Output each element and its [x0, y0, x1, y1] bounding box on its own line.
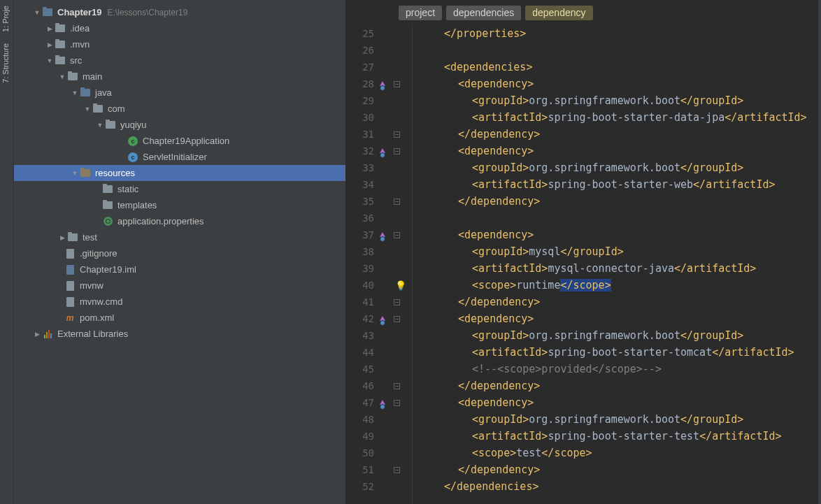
code-line[interactable]: <artifactId>mysql-connector-java</artifa…	[413, 260, 821, 277]
code-line[interactable]: <dependency>	[413, 310, 821, 327]
tree-java[interactable]: java	[14, 85, 345, 101]
tool-tab-project[interactable]: 1: Proje	[0, 0, 11, 38]
tree-resources[interactable]: resources	[14, 165, 345, 181]
tree-iml[interactable]: Chapter19.iml	[14, 261, 345, 278]
tree-app-class[interactable]: cChapter19Application	[14, 133, 345, 149]
code-line[interactable]: </dependency>	[413, 294, 821, 310]
xml-text: spring-boot-starter-web	[548, 178, 693, 191]
tree-com[interactable]: com	[14, 101, 345, 117]
expand-icon[interactable]	[70, 89, 80, 96]
folder-icon	[67, 71, 78, 82]
code-line[interactable]: </dependencies>	[413, 478, 821, 495]
vertical-tool-tabs: 1: Proje 7: Structure	[0, 0, 14, 504]
fold-toggle-icon[interactable]	[390, 126, 404, 143]
tree-mvnwcmd[interactable]: mvnw.cmd	[14, 294, 345, 310]
code-line[interactable]: <artifactId>spring-boot-starter-test</ar…	[413, 428, 821, 445]
tree-idea[interactable]: .idea	[14, 20, 345, 36]
editor-gutter[interactable]: 25262728293031323334353637383940💡4142434…	[346, 25, 413, 504]
tree-mvnw[interactable]: mvnw	[14, 278, 345, 294]
tree-pom[interactable]: mpom.xml	[14, 310, 345, 326]
override-gutter-icon[interactable]	[376, 143, 390, 159]
code-line[interactable]: </dependency>	[413, 126, 821, 143]
code-line[interactable]: <dependency>	[413, 143, 821, 159]
code-line[interactable]: <artifactId>spring-boot-starter-tomcat</…	[413, 344, 821, 361]
fold-toggle-icon[interactable]	[390, 143, 404, 159]
crumb-dependency[interactable]: dependency	[525, 6, 592, 20]
expand-icon[interactable]	[70, 170, 80, 177]
tree-mvn[interactable]: .mvn	[14, 36, 345, 52]
code-line[interactable]: </dependency>	[413, 193, 821, 210]
tree-appprops[interactable]: application.properties	[14, 213, 345, 229]
fold-toggle-icon[interactable]	[390, 75, 404, 92]
code-line[interactable]: </dependency>	[413, 377, 821, 394]
expand-icon[interactable]	[57, 73, 67, 80]
tool-tab-structure[interactable]: 7: Structure	[0, 38, 11, 89]
xml-text: spring-boot-starter-data-jpa	[548, 111, 724, 124]
crumb-project[interactable]: project	[399, 6, 442, 20]
tree-templates[interactable]: templates	[14, 197, 345, 213]
expand-icon[interactable]	[45, 41, 55, 48]
expand-icon[interactable]	[45, 57, 55, 64]
fold-toggle-icon[interactable]	[390, 461, 404, 478]
override-gutter-icon[interactable]	[376, 226, 390, 243]
code-line[interactable]: <groupId>mysql</groupId>	[413, 243, 821, 260]
code-line[interactable]	[413, 210, 821, 226]
folder-icon	[67, 232, 78, 243]
fold-toggle-icon[interactable]	[390, 294, 404, 310]
code-line[interactable]: <dependency>	[413, 226, 821, 243]
code-line[interactable]: <groupId>org.springframework.boot</group…	[413, 411, 821, 428]
code-line[interactable]: <dependencies>	[413, 59, 821, 75]
code-line[interactable]	[413, 42, 821, 59]
xml-tag: </dependency>	[458, 296, 540, 308]
maven-icon: m	[64, 312, 76, 324]
line-number: 29	[346, 92, 374, 109]
tree-main[interactable]: main	[14, 69, 345, 85]
tree-yuqiyu[interactable]: yuqiyu	[14, 117, 345, 133]
fold-toggle-icon[interactable]	[390, 193, 404, 210]
code-line[interactable]: <groupId>org.springframework.boot</group…	[413, 159, 821, 176]
code-line[interactable]: <groupId>org.springframework.boot</group…	[413, 327, 821, 344]
tree-label: yuqiyu	[120, 120, 147, 130]
tree-root[interactable]: Chapter19 E:\lessons\Chapter19	[14, 4, 345, 20]
fold-toggle-icon[interactable]	[390, 310, 404, 327]
xml-tag: <artifactId>	[472, 346, 548, 359]
expand-icon[interactable]	[45, 25, 55, 32]
xml-text: mysql-connector-java	[548, 262, 674, 275]
crumb-dependencies[interactable]: dependencies	[446, 6, 521, 20]
code-line[interactable]: <artifactId>spring-boot-starter-data-jpa…	[413, 109, 821, 126]
root-path: E:\lessons\Chapter19	[108, 8, 188, 17]
fold-toggle-icon[interactable]	[390, 377, 404, 394]
code-line[interactable]: <artifactId>spring-boot-starter-web</art…	[413, 176, 821, 193]
fold-toggle-icon[interactable]	[390, 394, 404, 411]
override-gutter-icon[interactable]	[376, 75, 390, 92]
tree-static[interactable]: static	[14, 181, 345, 197]
tree-src[interactable]: src	[14, 52, 345, 69]
code-line[interactable]: <scope>runtime</scope>	[413, 277, 821, 294]
error-stripe[interactable]	[818, 0, 821, 504]
xml-text: org.springframework.boot	[529, 329, 680, 342]
expand-icon[interactable]	[57, 234, 67, 241]
code-line[interactable]: <dependency>	[413, 75, 821, 92]
code-line[interactable]: </dependency>	[413, 461, 821, 478]
expand-icon[interactable]	[32, 9, 42, 16]
expand-icon[interactable]	[83, 106, 92, 113]
tree-gitignore[interactable]: .gitignore	[14, 245, 345, 261]
intention-bulb-icon[interactable]: 💡	[394, 277, 408, 294]
code-line[interactable]: <scope>test</scope>	[413, 445, 821, 461]
override-gutter-icon[interactable]	[376, 394, 390, 411]
override-gutter-icon[interactable]	[376, 310, 390, 327]
tree-test[interactable]: test	[14, 229, 345, 245]
code-line[interactable]: <groupId>org.springframework.boot</group…	[413, 92, 821, 109]
fold-toggle-icon[interactable]	[390, 226, 404, 243]
xml-tag: </artifactId>	[724, 111, 806, 124]
expand-icon[interactable]	[32, 331, 42, 338]
code-line[interactable]: <!--<scope>provided</scope>-->	[413, 361, 821, 377]
code-line[interactable]: <dependency>	[413, 394, 821, 411]
expand-icon[interactable]	[95, 122, 105, 129]
code-line[interactable]: </properties>	[413, 25, 821, 42]
editor-code[interactable]: </properties><dependencies><dependency><…	[413, 25, 821, 504]
project-tree[interactable]: Chapter19 E:\lessons\Chapter19 .idea .mv…	[14, 0, 346, 504]
tree-extlib[interactable]: External Libraries	[14, 326, 345, 342]
xml-tag: <dependencies>	[444, 61, 532, 73]
tree-servlet-class[interactable]: cServletInitializer	[14, 149, 345, 165]
